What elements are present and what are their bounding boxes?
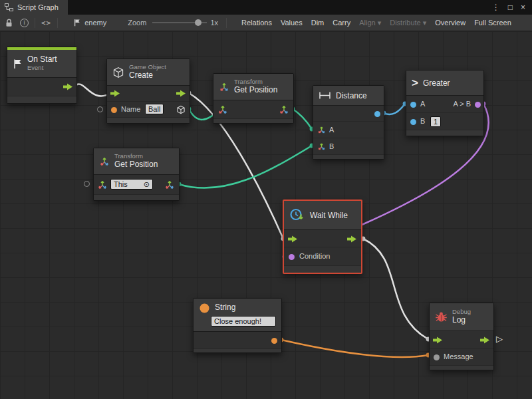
condition-port-label: Condition: [299, 252, 330, 260]
node-title: Wait While: [310, 211, 348, 220]
zoom-label: Zoom: [128, 19, 146, 27]
b-input-port[interactable]: [410, 119, 416, 125]
flow-output-port[interactable]: [176, 90, 186, 97]
chevron-down-icon: ▾: [423, 19, 427, 27]
bug-icon: [435, 311, 448, 323]
node-footer: [430, 366, 493, 370]
lock-icon[interactable]: [5, 19, 13, 27]
name-input-port[interactable]: [111, 107, 117, 113]
a-port-label: A: [420, 100, 425, 108]
position-output-port[interactable]: [279, 104, 289, 115]
gameobject-cube-icon: [112, 66, 124, 78]
zoom-slider-handle[interactable]: [195, 19, 201, 26]
node-string[interactable]: String Close enough!: [193, 298, 282, 353]
node-greater[interactable]: > Greater A A > B B 1: [406, 70, 484, 136]
full-screen-button[interactable]: Full Screen: [474, 19, 511, 27]
vector-b-input-port[interactable]: [317, 142, 326, 151]
b-value-field[interactable]: 1: [430, 116, 441, 127]
graph-toolbar: i <> enemy Zoom 1x Relations Values Dim …: [0, 15, 532, 31]
a-port-label: A: [329, 126, 334, 134]
node-get-position-top[interactable]: Transform Get Position: [213, 73, 294, 124]
node-title: Log: [452, 316, 471, 325]
tab-title: Script Graph: [17, 3, 59, 11]
node-distance[interactable]: Distance A B: [313, 85, 384, 160]
window-menu-icon[interactable]: ⋮: [492, 3, 500, 12]
message-input-port[interactable]: [434, 354, 440, 360]
graph-name-label: enemy: [84, 19, 106, 27]
string-value-field[interactable]: Close enough!: [211, 316, 276, 327]
string-circle-icon: [199, 303, 210, 314]
transform-input-port[interactable]: [217, 104, 228, 115]
flow-input-port[interactable]: [433, 336, 443, 344]
close-icon[interactable]: ×: [521, 3, 525, 12]
vector-a-input-port[interactable]: [317, 126, 326, 134]
transform-axes-icon: [219, 82, 229, 92]
message-port-label: Message: [444, 352, 473, 360]
info-icon[interactable]: i: [20, 19, 29, 27]
node-footer: [284, 266, 361, 273]
unconnected-port-indicator: [84, 181, 90, 187]
flow-output-port[interactable]: [480, 336, 490, 344]
flow-output-port[interactable]: [63, 83, 73, 90]
maximize-icon[interactable]: □: [508, 3, 513, 12]
gameobject-output-port[interactable]: [176, 105, 186, 114]
node-create[interactable]: Game Object Create Name Ball: [106, 59, 190, 124]
distribute-button[interactable]: Distribute ▾: [390, 19, 426, 27]
flow-input-port[interactable]: [110, 90, 120, 97]
node-title: Get Position: [114, 160, 158, 170]
node-get-position-left[interactable]: Transform Get Position This ⊙: [93, 148, 180, 201]
node-wait-while[interactable]: Wait While Condition: [283, 200, 362, 274]
node-title: Create: [129, 71, 166, 80]
chevron-down-icon: ▾: [378, 19, 382, 27]
node-title: String: [215, 303, 235, 312]
toolbar-separator: [35, 18, 35, 28]
flow-continuation-icon: ▷: [496, 334, 503, 344]
transform-axes-icon: [99, 156, 110, 167]
distance-output-port[interactable]: [374, 111, 380, 117]
unconnected-port-indicator: [97, 106, 103, 112]
target-value-field[interactable]: This ⊙: [110, 179, 153, 190]
condition-input-port[interactable]: [289, 254, 295, 260]
node-title: On Start: [27, 55, 57, 65]
node-log[interactable]: Debug Log Message: [429, 303, 494, 370]
position-output-port[interactable]: [164, 180, 175, 190]
align-button[interactable]: Align ▾: [359, 19, 381, 27]
align-label: Align: [359, 19, 375, 27]
dim-button[interactable]: Dim: [311, 19, 325, 27]
tab-script-graph[interactable]: Script Graph: [0, 0, 68, 15]
target-value-text: This: [114, 180, 128, 188]
flow-input-port[interactable]: [288, 235, 298, 243]
flow-output-port[interactable]: [347, 235, 357, 243]
relations-button[interactable]: Relations: [241, 19, 272, 27]
ruler-icon: [319, 91, 331, 100]
node-title: Distance: [336, 91, 367, 100]
object-picker-icon[interactable]: ⊙: [144, 180, 150, 189]
node-title: Greater: [423, 78, 450, 88]
script-graph-icon: [5, 3, 13, 11]
a-input-port[interactable]: [410, 102, 416, 108]
transform-input-port[interactable]: [97, 180, 108, 190]
node-footer: [313, 155, 384, 159]
string-output-port[interactable]: [271, 338, 277, 344]
code-icon[interactable]: <>: [41, 19, 51, 27]
window-titlebar: Script Graph ⋮ □ ×: [0, 0, 532, 15]
b-port-label: B: [329, 142, 334, 150]
overview-button[interactable]: Overview: [435, 19, 466, 27]
wait-clock-icon: [289, 207, 305, 223]
result-output-port[interactable]: [475, 102, 481, 108]
b-port-label: B: [420, 117, 425, 125]
flag-icon: [13, 59, 23, 69]
distribute-label: Distribute: [390, 19, 420, 27]
node-footer: [94, 195, 179, 200]
values-button[interactable]: Values: [281, 19, 303, 27]
node-on-start-event[interactable]: On Start Event: [7, 47, 77, 104]
toolbar-separator: [57, 18, 58, 28]
name-value-field[interactable]: Ball: [145, 104, 164, 114]
node-footer: [194, 349, 281, 352]
carry-button[interactable]: Carry: [332, 19, 350, 27]
zoom-value: 1x: [210, 19, 218, 27]
greater-than-icon: >: [412, 76, 418, 90]
name-port-label: Name: [121, 105, 140, 113]
node-footer: [406, 130, 483, 136]
zoom-slider[interactable]: [152, 18, 207, 27]
